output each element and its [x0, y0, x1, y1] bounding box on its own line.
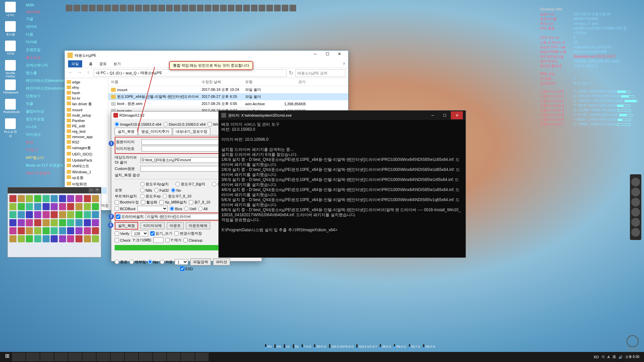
launcher-item[interactable]	[81, 5, 88, 11]
tool-item[interactable]	[34, 235, 41, 242]
file-row[interactable]: 윈도10PE_x64용-인텔-리얼텍-랜[인터넷]드라이버2017-08-27 …	[108, 93, 348, 100]
tool-item[interactable]	[9, 235, 16, 242]
ribbon-tab[interactable]: 공유	[99, 61, 107, 66]
dock-item[interactable]	[631, 228, 640, 237]
launcher-item[interactable]	[235, 5, 242, 11]
radio-imagex[interactable]: ImageX10.0.15063.0 x64	[115, 122, 161, 126]
desktop-link[interactable]: 아이코다	[25, 131, 69, 138]
tool-item[interactable]	[43, 235, 50, 242]
radio-auto[interactable]: 자동	[160, 259, 173, 264]
launcher-item[interactable]	[158, 5, 165, 11]
help-icon[interactable]: ?	[343, 62, 345, 66]
tool-item[interactable]	[51, 235, 58, 242]
launcher-item[interactable]	[289, 5, 296, 11]
tool-item[interactable]	[92, 227, 99, 234]
tool-item[interactable]	[43, 195, 50, 202]
tool-item[interactable]	[67, 235, 74, 242]
cmd-close[interactable]: ✕	[451, 111, 463, 119]
launcher-item[interactable]	[66, 5, 72, 11]
ribbon-tab[interactable]: 홈	[89, 61, 93, 66]
tool-item[interactable]	[92, 219, 99, 226]
desktop-link[interactable]: 옥션	[25, 138, 69, 146]
tool-item[interactable]	[75, 195, 83, 202]
launcher-item[interactable]	[189, 5, 196, 11]
system-tray[interactable]: KO가A漢🔊오후 6:30	[594, 355, 642, 359]
rs-tab[interactable]: 설치_복원	[115, 128, 138, 135]
tool-item[interactable]	[34, 195, 41, 202]
tool-item[interactable]	[9, 211, 16, 218]
tray-item[interactable]: 가	[601, 355, 605, 359]
check-esd[interactable]: ESD	[180, 266, 193, 271]
tool-item[interactable]	[51, 195, 58, 202]
tool-item[interactable]	[92, 211, 99, 218]
tool-item[interactable]	[67, 203, 74, 210]
tool-item[interactable]	[9, 203, 16, 210]
radio-no2[interactable]: No	[148, 260, 158, 264]
check-xpmbr[interactable]: Xp_MBR설치	[159, 200, 187, 205]
tool-item[interactable]	[51, 203, 58, 210]
tool-item[interactable]	[59, 219, 66, 226]
taskbar-item[interactable]	[125, 353, 138, 361]
radio-fat32[interactable]: Fat32	[154, 188, 169, 192]
desktop-link[interactable]: 다음	[25, 31, 69, 38]
tree-item[interactable]: RS2	[66, 139, 107, 145]
desktop-link[interactable]: TV보기	[25, 146, 69, 154]
tool-item[interactable]	[67, 195, 74, 202]
install-restore-button[interactable]: 설치_복원	[115, 222, 138, 230]
desktop-link[interactable]: 홍소오상	[25, 54, 69, 61]
desktop-link[interactable]: 구글	[25, 15, 69, 23]
tool-item[interactable]	[18, 235, 25, 242]
check-activate[interactable]: 활성화	[141, 200, 157, 205]
taskbar-item[interactable]	[54, 353, 68, 361]
radio-bios[interactable]: Bios	[170, 206, 182, 211]
launcher-item[interactable]	[274, 5, 281, 11]
tool-item[interactable]	[84, 235, 91, 242]
image-delete-button[interactable]: 이미지삭제	[140, 222, 165, 229]
unmount-button[interactable]: 마운트해제	[186, 222, 210, 229]
minimize-button[interactable]: ─	[309, 52, 321, 59]
desktop-icon[interactable]: 내 PC	[3, 2, 17, 19]
tool-item[interactable]	[59, 195, 66, 202]
launcher-item[interactable]	[120, 5, 126, 11]
taskbar-item[interactable]	[26, 353, 40, 361]
check-bcdboot[interactable]: BCDBoot	[115, 206, 136, 211]
search-input[interactable]	[295, 69, 345, 77]
desktop-icon[interactable]: RocketDock	[3, 99, 17, 116]
tool-item[interactable]	[43, 219, 50, 226]
launcher-item[interactable]	[89, 5, 96, 11]
verify-select[interactable]: 128	[131, 231, 148, 236]
tray-item[interactable]: 漢	[612, 355, 616, 359]
desktop-icon[interactable]: Mozilla Firefox	[3, 60, 17, 77]
partition-button[interactable]: 파티션	[213, 258, 230, 265]
launcher-item[interactable]	[97, 5, 103, 11]
launcher-item[interactable]	[205, 5, 211, 11]
column-header[interactable]: 이름	[111, 79, 202, 84]
tool-item[interactable]	[18, 211, 25, 218]
cmd-maximize[interactable]: ☐	[439, 111, 451, 119]
tool-item[interactable]	[92, 195, 99, 202]
check-w78[interactable]: 윈7_8_10	[189, 200, 210, 205]
clock[interactable]: 오후 6:30	[625, 355, 639, 359]
tool-item[interactable]	[84, 195, 91, 202]
dock-item[interactable]	[631, 188, 640, 196]
launcher-item[interactable]	[243, 5, 250, 11]
tool-item[interactable]	[67, 219, 74, 226]
tool-item[interactable]	[67, 227, 74, 234]
maximize-button[interactable]: ☐	[321, 52, 333, 59]
tool-item[interactable]	[92, 203, 99, 210]
taskbar-item[interactable]	[12, 353, 25, 361]
tool-item[interactable]	[18, 219, 25, 226]
tool-item[interactable]	[92, 235, 99, 242]
tree-item[interactable]: rsimagex통	[66, 145, 107, 151]
tool-item[interactable]	[26, 227, 33, 234]
ribbon-tab[interactable]: 보기	[113, 61, 121, 66]
up-button[interactable]: ↑	[85, 70, 92, 76]
tool-item[interactable]	[75, 211, 83, 218]
radio-boot-78[interactable]: 윈도우7_8_10	[163, 194, 192, 199]
launcher-item[interactable]	[251, 5, 258, 11]
desktop-icon[interactable]: PENetwork	[3, 79, 17, 97]
desktop-link[interactable]: 레인미터스킨|customize	[25, 84, 69, 92]
desktop-link[interactable]: 오에스매니아	[25, 61, 69, 69]
taskbar-item[interactable]	[68, 353, 82, 361]
tool-item[interactable]	[59, 211, 66, 218]
